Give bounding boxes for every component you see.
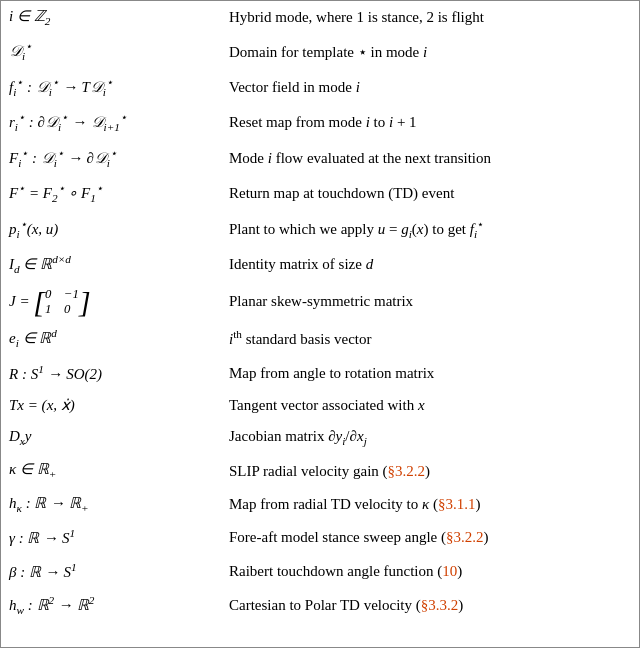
symbol-cell: J = [0−110] (1, 283, 221, 322)
symbol-cell: κ ∈ ℝ+ (1, 454, 221, 487)
description-cell: Plant to which we apply u = gi(x) to get… (221, 212, 639, 247)
table-row: β : ℝ → S1Raibert touchdown angle functi… (1, 555, 639, 588)
table-row: i ∈ ℤ2Hybrid mode, where 1 is stance, 2 … (1, 1, 639, 34)
description-cell: Reset map from mode i to i + 1 (221, 105, 639, 140)
symbol-cell: Fi⋆ : 𝒟i⋆ → ∂𝒟i⋆ (1, 141, 221, 176)
symbol-cell: hκ : ℝ → ℝ+ (1, 488, 221, 521)
main-container: i ∈ ℤ2Hybrid mode, where 1 is stance, 2 … (0, 0, 640, 648)
symbol-cell: hw : ℝ2 → ℝ2 (1, 588, 221, 623)
table-row: pi⋆(x, u)Plant to which we apply u = gi(… (1, 212, 639, 247)
section-link[interactable]: §3.2.2 (446, 529, 484, 545)
description-cell: Tangent vector associated with x (221, 390, 639, 421)
table-row: R : S1 → SO(2)Map from angle to rotation… (1, 357, 639, 390)
description-cell: Vector field in mode i (221, 70, 639, 105)
table-row: F⋆ = F2⋆ ∘ F1⋆Return map at touchdown (T… (1, 176, 639, 211)
description-cell: Mode i flow evaluated at the next transi… (221, 141, 639, 176)
symbol-cell: i ∈ ℤ2 (1, 1, 221, 34)
table-row: 𝒟i⋆Domain for template ⋆ in mode i (1, 34, 639, 69)
section-link[interactable]: 10 (442, 563, 457, 579)
symbol-cell: γ : ℝ → S1 (1, 521, 221, 554)
symbol-cell: F⋆ = F2⋆ ∘ F1⋆ (1, 176, 221, 211)
symbol-cell: ri⋆ : ∂𝒟i⋆ → 𝒟i+1⋆ (1, 105, 221, 140)
table-row: fi⋆ : 𝒟i⋆ → T𝒟i⋆Vector field in mode i (1, 70, 639, 105)
description-cell: SLIP radial velocity gain (§3.2.2) (221, 454, 639, 487)
table-row: hw : ℝ2 → ℝ2Cartesian to Polar TD veloci… (1, 588, 639, 623)
table-row: J = [0−110]Planar skew-symmetric matrix (1, 283, 639, 322)
symbol-cell: ei ∈ ℝd (1, 321, 221, 356)
description-cell: ith standard basis vector (221, 321, 639, 356)
symbol-cell: R : S1 → SO(2) (1, 357, 221, 390)
table-row: Fi⋆ : 𝒟i⋆ → ∂𝒟i⋆Mode i flow evaluated at… (1, 141, 639, 176)
description-cell: Jacobian matrix ∂yi/∂xj (221, 421, 639, 454)
symbol-cell: 𝒟i⋆ (1, 34, 221, 69)
section-link[interactable]: §3.1.1 (438, 496, 476, 512)
symbol-cell: Id ∈ ℝd×d (1, 247, 221, 282)
section-link[interactable]: §3.2.2 (388, 463, 426, 479)
symbol-cell: β : ℝ → S1 (1, 555, 221, 588)
description-cell: Planar skew-symmetric matrix (221, 283, 639, 322)
table-row: γ : ℝ → S1Fore-aft model stance sweep an… (1, 521, 639, 554)
table-row: Id ∈ ℝd×dIdentity matrix of size d (1, 247, 639, 282)
description-cell: Return map at touchdown (TD) event (221, 176, 639, 211)
table-row: DxyJacobian matrix ∂yi/∂xj (1, 421, 639, 454)
section-link[interactable]: §3.3.2 (421, 597, 459, 613)
table-row: ei ∈ ℝdith standard basis vector (1, 321, 639, 356)
description-cell: Hybrid mode, where 1 is stance, 2 is fli… (221, 1, 639, 34)
description-cell: Raibert touchdown angle function (10) (221, 555, 639, 588)
notation-table: i ∈ ℤ2Hybrid mode, where 1 is stance, 2 … (1, 1, 639, 623)
symbol-cell: fi⋆ : 𝒟i⋆ → T𝒟i⋆ (1, 70, 221, 105)
table-row: κ ∈ ℝ+SLIP radial velocity gain (§3.2.2) (1, 454, 639, 487)
table-row: hκ : ℝ → ℝ+Map from radial TD velocity t… (1, 488, 639, 521)
description-cell: Identity matrix of size d (221, 247, 639, 282)
symbol-cell: Tx = (x, ẋ) (1, 390, 221, 421)
table-row: ri⋆ : ∂𝒟i⋆ → 𝒟i+1⋆Reset map from mode i … (1, 105, 639, 140)
description-cell: Map from radial TD velocity to κ (§3.1.1… (221, 488, 639, 521)
description-cell: Domain for template ⋆ in mode i (221, 34, 639, 69)
table-row: Tx = (x, ẋ)Tangent vector associated wit… (1, 390, 639, 421)
description-cell: Cartesian to Polar TD velocity (§3.3.2) (221, 588, 639, 623)
symbol-cell: Dxy (1, 421, 221, 454)
description-cell: Fore-aft model stance sweep angle (§3.2.… (221, 521, 639, 554)
symbol-cell: pi⋆(x, u) (1, 212, 221, 247)
description-cell: Map from angle to rotation matrix (221, 357, 639, 390)
